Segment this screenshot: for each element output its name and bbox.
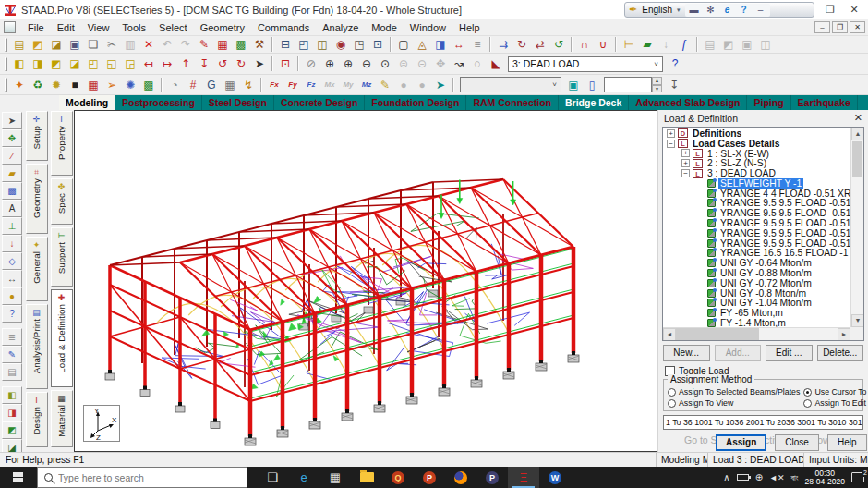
volume-muted-icon[interactable]: ◄✕ — [769, 473, 784, 482]
undo-button[interactable]: ↶ — [158, 36, 176, 53]
load-my-button[interactable]: My — [339, 77, 357, 93]
menu-view[interactable]: View — [81, 22, 116, 33]
load-mx-button[interactable]: Mx — [320, 77, 339, 93]
radio-use-cursor[interactable]: Use Cursor To Assign — [803, 387, 868, 396]
translational-repeat-button[interactable]: ⇉ — [494, 36, 512, 53]
export-view-button[interactable]: ◳ — [350, 36, 368, 53]
node-labels-button[interactable]: ≡ — [468, 36, 487, 53]
cutting-plane-button[interactable]: ↯ — [239, 77, 258, 93]
search-input[interactable] — [58, 472, 206, 483]
menu-file[interactable]: File — [21, 22, 51, 33]
assign-button[interactable]: Assign — [716, 434, 766, 451]
tray-chevron-icon[interactable]: ∧ — [723, 473, 729, 482]
tab-modeling[interactable]: Modeling — [59, 95, 115, 110]
menu-window[interactable]: Window — [404, 22, 452, 33]
expand-toggle[interactable]: − — [667, 140, 675, 148]
sidebar-tab-geometry[interactable]: ⌗Geometry — [26, 164, 48, 234]
mdi-document-icon[interactable] — [4, 21, 16, 33]
query-cursor-button[interactable]: ? — [2, 305, 22, 323]
selection-list-dropdown[interactable]: ˅ — [460, 77, 561, 92]
tree-item[interactable]: YRANGE 9.5 9.5 FLOAD -0.51 XRANGE 17 — [663, 238, 850, 249]
add-load-button[interactable]: Add... — [715, 345, 762, 361]
taskbar-app-task-view[interactable]: ❏ — [257, 467, 288, 488]
tab-concrete-design[interactable]: Concrete Design — [274, 95, 365, 110]
open-table-button[interactable]: ▯ — [583, 77, 601, 93]
entity-number-input-spinner[interactable]: ▲▼ — [652, 77, 662, 92]
print-current-view-button[interactable]: ⊡ — [368, 36, 387, 53]
plates-cursor-button[interactable]: ▰ — [2, 165, 22, 182]
tree-item[interactable]: YRANGE 4 4 FLOAD -0.51 XRANGE 0 58 Z — [663, 189, 850, 199]
insert-column-button[interactable]: ⊢ — [620, 36, 638, 53]
tree-item[interactable]: FY -1.4 Mton,m — [663, 318, 850, 327]
ie-icon[interactable]: e — [721, 5, 734, 15]
insert-node-button[interactable]: ◨ — [431, 36, 450, 53]
help-button[interactable]: Help — [827, 434, 867, 451]
active-load-dropdown[interactable]: 3: DEAD LOAD˅ — [508, 56, 663, 72]
toolbar-handle[interactable] — [5, 78, 7, 92]
cut-button[interactable]: ✂ — [102, 36, 121, 53]
load-cursor-button[interactable]: ↓ — [2, 235, 22, 252]
new-file-button[interactable]: ▤ — [10, 36, 29, 53]
select-parallel-x-button[interactable]: ◧ — [2, 386, 22, 404]
taskbar-app-edge[interactable]: e — [288, 467, 319, 488]
circular-repeat-button[interactable]: ↻ — [512, 36, 531, 53]
structure-update-button[interactable]: ♻ — [29, 77, 47, 93]
tree-item[interactable]: YRANGE 9.5 9.5 FLOAD -0.51 XRANGE 15 — [663, 228, 850, 238]
collapse-panel-button[interactable]: ≣ — [2, 328, 22, 346]
display-whole-structure-button[interactable]: ⊡ — [276, 55, 295, 72]
nodes-cursor-button[interactable]: ✥ — [2, 129, 22, 147]
new-view-button[interactable]: ▢ — [394, 36, 413, 53]
minimize-langbar-icon[interactable]: – — [754, 5, 767, 15]
tree-item[interactable]: YRANGE 16.5 16.5 FLOAD -1 XRANGE -5.5 — [663, 249, 850, 259]
language-bar[interactable]: ✒ English ▾ ▬ ✻ e ? – — [624, 2, 814, 18]
user-function-button[interactable]: ƒ — [675, 36, 693, 53]
tree-item[interactable]: UNI GY -0.8 Mton/m — [663, 288, 850, 299]
assign-edit-list-field[interactable]: 1 To 36 1001 To 1036 2001 To 2036 3001 T… — [663, 415, 863, 430]
solids-cursor-button[interactable]: ▩ — [2, 182, 22, 200]
assign-pen-button[interactable]: ✎ — [376, 77, 394, 93]
language-indicator[interactable]: বাং — [790, 473, 798, 482]
save-button[interactable]: ▣ — [66, 36, 84, 53]
download-update-button[interactable]: ↓ — [657, 36, 675, 53]
view-options-button[interactable]: ✹ — [47, 77, 66, 93]
grid-display-button[interactable]: ▩ — [139, 77, 158, 93]
load-values-button[interactable]: ● — [394, 77, 413, 93]
edit-load-button[interactable]: Edit ... — [766, 345, 813, 361]
start-button[interactable] — [0, 467, 37, 488]
tree-item[interactable]: +DDefinitions — [663, 128, 850, 139]
dimension-beams-button[interactable]: ↔ — [450, 36, 468, 53]
zoom-dynamic-button[interactable]: ⊘ — [302, 55, 320, 72]
radio-assign-selected[interactable]: Assign To Selected Beams/Plates — [668, 387, 800, 396]
save-view-button[interactable]: ▤ — [701, 36, 719, 53]
close-file-button[interactable]: ◪ — [47, 36, 66, 53]
scroll-down-icon[interactable]: ▼ — [851, 314, 864, 327]
radio-assign-view[interactable]: Assign To View — [668, 398, 800, 408]
sidebar-tab-design[interactable]: IDesign — [26, 392, 48, 447]
zoom-next-button[interactable]: ⊝ — [413, 55, 431, 72]
delete-load-button[interactable]: Delete... — [817, 345, 864, 361]
menu-edit[interactable]: Edit — [51, 22, 81, 33]
zoom-out-button[interactable]: ⊖ — [357, 55, 376, 72]
taskbar-app-calculator[interactable]: ▦ — [319, 467, 351, 488]
network-icon[interactable]: ⊕ — [755, 473, 763, 482]
menu-commands[interactable]: Commands — [251, 22, 316, 33]
zoom-window-button[interactable]: ⊙ — [376, 55, 394, 72]
tab-foundation-design[interactable]: Foundation Design — [365, 95, 466, 110]
tools-hammer-button[interactable]: ⚒ — [250, 36, 269, 53]
curved-beam-sag-button[interactable]: ∪ — [594, 36, 612, 53]
mdi-minimize-button[interactable]: – — [814, 21, 830, 33]
tab-advanced-slab-design[interactable]: Advanced Slab Design — [629, 95, 747, 110]
tree-item[interactable]: −LLoad Cases Details — [663, 139, 850, 149]
tree-item[interactable]: UNI GY -0.64 Mton/m — [663, 258, 850, 268]
load-mz-button[interactable]: Mz — [357, 77, 376, 93]
calculator-button[interactable]: ▦ — [213, 36, 232, 53]
entity-properties-button[interactable]: ▤ — [2, 363, 22, 381]
sidebar-tab-analysis-print[interactable]: ▤Analysis/Print — [26, 304, 48, 389]
member-orientation-button[interactable]: ➢ — [102, 77, 121, 93]
tree-item[interactable]: YRANGE 9.5 9.5 FLOAD -0.51 XRANGE 0 1 — [663, 199, 850, 209]
spinner-up-icon[interactable]: ▲ — [652, 77, 662, 85]
snap-grid-button[interactable]: # — [184, 77, 202, 93]
sidebar-tab-support[interactable]: ⊢Support — [51, 227, 73, 287]
copy-button[interactable]: ❏ — [84, 36, 102, 53]
language-label[interactable]: English — [642, 5, 672, 15]
